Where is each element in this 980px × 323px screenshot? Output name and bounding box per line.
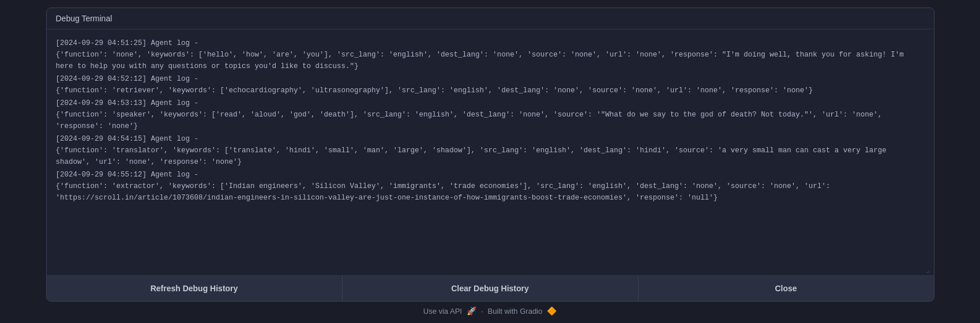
- log-timestamp-line: [2024-09-29 04:51:25] Agent log -: [56, 37, 925, 49]
- log-entry: [2024-09-29 04:52:12] Agent log -{'funct…: [56, 73, 925, 96]
- close-button[interactable]: Close: [639, 276, 934, 301]
- terminal-header: Debug Terminal: [47, 8, 934, 29]
- log-container: [2024-09-29 04:51:25] Agent log -{'funct…: [56, 37, 925, 204]
- log-data-line: {'function': 'retriever', 'keywords': ['…: [56, 85, 925, 96]
- resize-handle[interactable]: ⌟: [926, 267, 932, 273]
- clear-button[interactable]: Clear Debug History: [343, 276, 639, 301]
- api-text: Use via API: [423, 307, 462, 316]
- log-data-line: {'function': 'none', 'keywords': ['hello…: [56, 49, 925, 72]
- log-entry: [2024-09-29 04:51:25] Agent log -{'funct…: [56, 37, 925, 72]
- page-footer: Use via API 🚀 · Built with Gradio 🔶: [423, 306, 557, 316]
- refresh-button[interactable]: Refresh Debug History: [47, 276, 343, 301]
- log-timestamp-line: [2024-09-29 04:52:12] Agent log -: [56, 73, 925, 85]
- api-emoji: 🚀: [467, 306, 476, 316]
- log-entry: [2024-09-29 04:54:15] Agent log -{'funct…: [56, 133, 925, 168]
- log-data-line: {'function': 'speaker', 'keywords': ['re…: [56, 109, 925, 132]
- log-timestamp-line: [2024-09-29 04:54:15] Agent log -: [56, 133, 925, 145]
- terminal-body: [2024-09-29 04:51:25] Agent log -{'funct…: [47, 29, 934, 275]
- built-text: Built with Gradio: [488, 307, 543, 316]
- log-entry: [2024-09-29 04:53:13] Agent log -{'funct…: [56, 97, 925, 132]
- log-timestamp-line: [2024-09-29 04:55:12] Agent log -: [56, 169, 925, 181]
- log-timestamp-line: [2024-09-29 04:53:13] Agent log -: [56, 97, 925, 109]
- separator: ·: [481, 307, 483, 316]
- log-entry: [2024-09-29 04:55:12] Agent log -{'funct…: [56, 169, 925, 204]
- log-data-line: {'function': 'extractor', 'keywords': ['…: [56, 181, 925, 204]
- debug-terminal-container: Debug Terminal [2024-09-29 04:51:25] Age…: [46, 7, 934, 302]
- built-emoji: 🔶: [547, 306, 557, 316]
- terminal-footer: Refresh Debug History Clear Debug Histor…: [47, 275, 934, 301]
- log-data-line: {'function': 'translator', 'keywords': […: [56, 145, 925, 168]
- terminal-title: Debug Terminal: [56, 14, 112, 23]
